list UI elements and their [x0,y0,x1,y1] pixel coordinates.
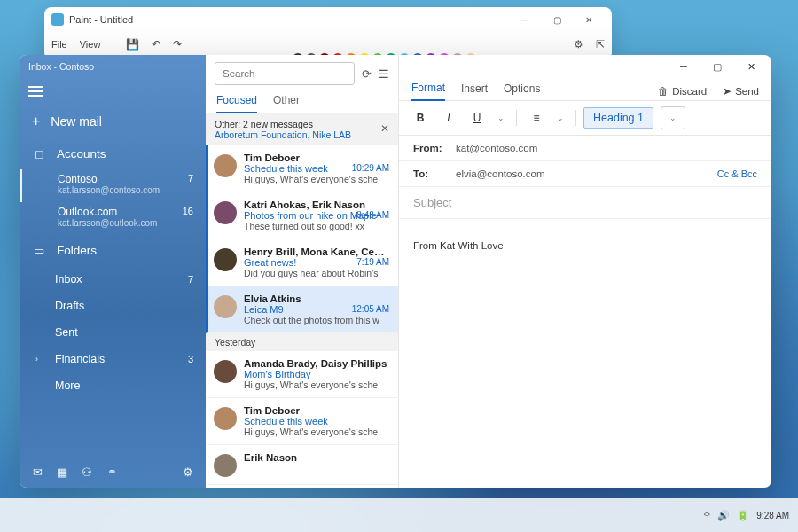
hamburger-icon[interactable] [20,78,206,105]
message-preview: These turned out so good! xx [244,221,389,231]
close-button[interactable]: ✕ [573,7,605,32]
underline-button[interactable]: U [465,106,489,129]
compose-body[interactable]: From Kat With Love [399,219,771,272]
attachment-icon[interactable]: ⚭ [105,466,119,479]
minimize-button[interactable]: ─ [667,55,700,78]
folder-sent[interactable]: Sent [20,319,206,346]
message-sender: Erik Nason [244,452,389,463]
chevron-down-icon[interactable]: ⌄ [552,106,568,129]
unread-badge: 3 [188,354,193,364]
close-icon[interactable]: ✕ [380,122,389,135]
chevron-down-icon[interactable]: ⌄ [661,106,685,129]
banner-title: Other: 2 new messages [215,119,389,129]
filter-icon[interactable]: ☰ [379,67,389,81]
close-button[interactable]: ✕ [734,55,768,78]
folders-header[interactable]: ▭ Folders [20,235,206,266]
paint-window: Paint - Untitled ─ ▢ ✕ File View 💾 ↶ ↷ ⚙… [44,7,612,60]
message-sender: Elvia Atkins [244,293,389,304]
message-time: 7:19 AM [356,257,389,267]
minimize-button[interactable]: ─ [509,7,541,32]
folder-label: Inbox [55,273,82,286]
tab-format[interactable]: Format [411,82,445,101]
folder-label: Sent [55,326,78,339]
maximize-button[interactable]: ▢ [700,55,734,78]
people-icon[interactable]: ⚇ [80,466,94,479]
wifi-icon[interactable]: ⌔ [704,510,710,520]
message-preview: Check out the photos from this w [244,315,389,325]
account-contoso[interactable]: Contoso kat.larsson@contoso.com 7 [20,169,206,202]
account-name: Outlook.com [58,206,193,218]
message-list: Search ⟳ ☰ Focused Other Other: 2 new me… [206,55,399,488]
folder-more[interactable]: More [20,372,206,399]
chevron-right-icon: › [35,355,38,364]
volume-icon[interactable]: 🔊 [717,510,730,521]
avatar [214,295,237,318]
cc-bcc-button[interactable]: Cc & Bcc [717,168,757,179]
search-input[interactable]: Search [215,62,355,85]
person-icon: ◻ [32,147,46,160]
italic-button[interactable]: I [436,106,461,129]
tab-insert[interactable]: Insert [461,82,488,100]
chevron-down-icon[interactable]: ⌄ [493,106,509,129]
message-preview: Hi guys, What's everyone's sche [244,174,389,184]
mail-icon[interactable]: ✉ [30,466,44,479]
share-icon[interactable]: ⇱ [596,38,605,51]
from-value[interactable]: kat@contoso.com [456,143,537,153]
other-banner[interactable]: Other: 2 new messages Arboretum Foundati… [206,113,398,145]
message-item[interactable]: Amanda Brady, Daisy Phillips Mom's Birth… [206,351,398,398]
message-item[interactable]: Henry Brill, Mona Kane, Cecil Fo Great n… [206,239,398,286]
tab-options[interactable]: Options [504,82,540,100]
from-row: From: kat@contoso.com [399,136,771,161]
message-sender: Amanda Brady, Daisy Phillips [244,358,389,369]
folder-inbox[interactable]: Inbox7 [20,266,206,293]
paint-menu-file[interactable]: File [51,39,67,50]
message-item[interactable]: Katri Ahokas, Erik Nason Photos from our… [206,192,398,239]
gear-icon[interactable]: ⚙ [181,466,195,479]
send-icon: ➤ [723,85,732,98]
from-label: From: [413,143,456,153]
redo-icon[interactable]: ↷ [173,38,182,51]
settings-icon[interactable]: ⚙ [574,38,583,51]
discard-button[interactable]: 🗑Discard [658,86,707,97]
message-time: 8:48 AM [356,210,389,220]
taskbar[interactable]: ⌔ 🔊 🔋 9:28 AM [0,498,798,532]
avatar [214,248,237,271]
window-title: Inbox - Contoso [20,55,206,78]
save-icon[interactable]: 💾 [126,38,139,51]
message-item[interactable]: Tim Deboer Schedule this week Hi guys, W… [206,145,398,192]
trash-icon: 🗑 [658,86,669,97]
folders-label: Folders [57,244,97,257]
message-preview: Did you guys hear about Robin's [244,268,389,278]
clock[interactable]: 9:28 AM [756,511,789,520]
sync-icon[interactable]: ⟳ [362,67,372,81]
folder-drafts[interactable]: Drafts [20,293,206,319]
plus-icon: + [32,113,40,129]
tab-other[interactable]: Other [273,94,300,113]
format-toolbar: B I U ⌄ ≡ ⌄ Heading 1 ⌄ [399,101,771,136]
account-outlook[interactable]: Outlook.com kat.larsson@outlook.com 16 [20,202,206,235]
message-item[interactable]: Elvia Atkins Leica M9 Check out the phot… [206,286,398,333]
paint-menu-view[interactable]: View [80,39,101,50]
to-value[interactable]: elvia@contoso.com [456,168,545,179]
calendar-icon[interactable]: ▦ [55,466,69,479]
message-sender: Tim Deboer [244,153,389,163]
send-button[interactable]: ➤Send [723,85,759,98]
avatar [214,407,237,430]
unread-badge: 7 [188,173,193,184]
message-item[interactable]: Erik Nason [206,445,398,485]
bold-button[interactable]: B [408,106,433,129]
folder-financials[interactable]: ›Financials3 [20,346,206,372]
undo-icon[interactable]: ↶ [152,38,160,51]
message-subject: Mom's Birthday [244,369,389,379]
accounts-header[interactable]: ◻ Accounts [20,138,206,169]
maximize-button[interactable]: ▢ [541,7,573,32]
tab-focused[interactable]: Focused [216,94,257,113]
bullet-list-button[interactable]: ≡ [524,106,549,129]
message-item[interactable]: Tim Deboer Schedule this week Hi guys, W… [206,398,398,445]
new-mail-button[interactable]: + New mail [20,105,206,138]
account-email: kat.larsson@contoso.com [58,185,193,195]
accounts-label: Accounts [57,147,106,160]
battery-icon[interactable]: 🔋 [737,510,749,521]
subject-input[interactable]: Subject [399,187,771,219]
style-selector[interactable]: Heading 1 [583,107,653,129]
